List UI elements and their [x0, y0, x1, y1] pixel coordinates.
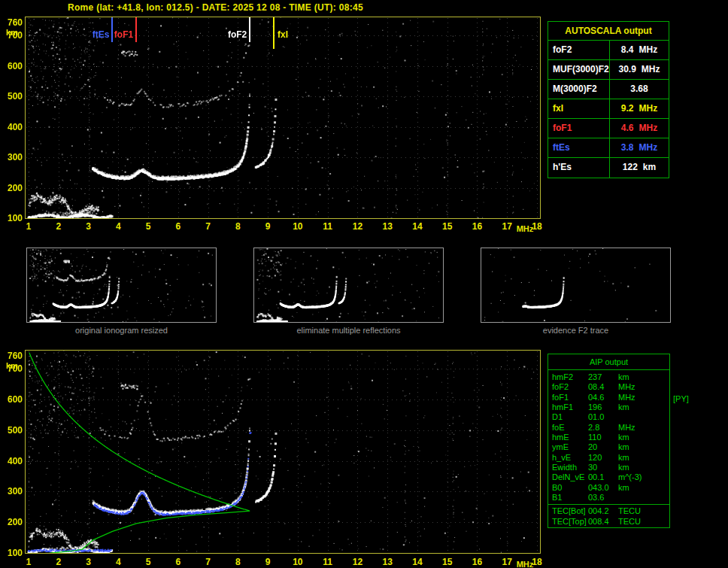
thumbnail-f2-trace	[481, 248, 671, 323]
y-axis-tick-label: 200	[2, 183, 23, 193]
aip-row-label: foF2	[548, 382, 588, 392]
x-axis-tick-label: 7	[199, 557, 217, 567]
thumbnail-original-ionogram	[26, 248, 217, 323]
x-axis-tick-label: 5	[139, 221, 157, 232]
y-axis-unit-label: km	[2, 361, 23, 370]
aip-row-value: 120	[588, 453, 618, 463]
aip-row-value: 04.6	[588, 393, 618, 402]
autoscala-row: fxI9.2MHz	[548, 99, 669, 119]
x-axis-tick-label: 7	[199, 221, 217, 232]
autoscala-row-value: 122km	[610, 158, 669, 178]
aip-row-unit: km	[618, 433, 669, 442]
thumbnail-caption-original: original ionogram resized	[26, 326, 217, 335]
x-axis-tick-label: 6	[169, 557, 187, 567]
autoscala-value-number: 9.2	[621, 99, 634, 118]
aip-row-value: 08.4	[588, 382, 618, 392]
y-axis-tick-label: 400	[2, 456, 23, 466]
aip-row-unit: m^(-3)	[618, 472, 669, 482]
x-axis-unit-label: MHz	[514, 560, 536, 568]
autoscala-row-value: 9.2MHz	[610, 99, 669, 118]
autoscala-row-label: foF1	[548, 119, 610, 138]
x-axis-tick-label: 8	[229, 557, 247, 567]
x-axis-tick-label: 6	[169, 221, 187, 232]
aip-row-value: 237	[588, 372, 618, 382]
marker-line-ftes	[111, 17, 113, 42]
y-axis-tick-label: 760	[2, 351, 23, 361]
aip-output-table: AIP output hmF2237kmfoF208.4MHzfoF104.6M…	[548, 354, 670, 528]
autoscala-row-value: 8.4MHz	[610, 41, 669, 59]
autoscala-value-unit: MHz	[639, 99, 658, 118]
x-axis-tick-label: 9	[259, 221, 277, 232]
autoscala-row-label: fxI	[548, 99, 610, 118]
y-axis-tick-label: 600	[2, 394, 23, 405]
y-axis-tick-label: 200	[2, 517, 23, 527]
x-axis-tick-label: 11	[319, 221, 337, 232]
aip-row-unit: km	[618, 402, 669, 412]
autoscala-row: MUF(3000)F230.9MHz	[548, 60, 669, 80]
aip-row-unit: km	[618, 453, 669, 463]
autoscala-row-value: 30.9MHz	[610, 60, 669, 79]
x-axis-tick-label: 4	[109, 221, 127, 232]
x-axis-tick-label: 3	[80, 557, 98, 567]
aip-row-label: ymE	[548, 442, 588, 452]
aip-row-label: D1	[548, 412, 588, 422]
aip-tec-unit: TECU	[618, 506, 669, 516]
marker-label-fof2: foF2	[228, 29, 247, 40]
aip-row: Ewidth30km	[548, 463, 669, 472]
aip-row-value: 20	[588, 442, 618, 452]
x-axis-tick-label: 4	[109, 557, 127, 567]
y-axis-tick-label: 500	[2, 425, 23, 436]
autoscala-value-number: 30.9	[618, 60, 635, 79]
autoscala-row-value: 3.68	[610, 80, 669, 99]
x-axis-tick-label: 2	[50, 221, 68, 232]
aip-row-label: foF1	[548, 393, 588, 402]
aip-row-value: 043.0	[588, 483, 618, 493]
aip-row: hmE110km	[548, 433, 669, 442]
autoscala-row-label: M(3000)F2	[548, 80, 610, 99]
x-axis-tick-label: 14	[408, 221, 426, 232]
autoscala-row-value: 3.8MHz	[610, 138, 669, 157]
x-axis-tick-label: 10	[289, 557, 307, 567]
aip-row: foF208.4MHz	[548, 382, 669, 392]
x-axis-tick-label: 13	[378, 557, 396, 567]
autoscala-row: ftEs3.8MHz	[548, 138, 669, 158]
aip-row-unit: MHz	[618, 393, 669, 402]
x-axis-tick-label: 8	[229, 221, 247, 232]
autoscala-value-number: 3.68	[630, 80, 648, 99]
autoscala-row-label: ftEs	[548, 138, 610, 157]
aip-row-label: h_vE	[548, 453, 588, 463]
autoscala-value-unit: MHz	[639, 119, 658, 138]
marker-label-fof1: foF1	[114, 29, 133, 40]
station-title: Rome (lat: +41.8, lon: 012.5) - DATE: 20…	[68, 2, 363, 13]
thumbnail-f2-canvas	[481, 248, 670, 322]
marker-line-fxi	[273, 17, 275, 49]
aip-tec-value: 004.2	[588, 506, 618, 516]
aip-row: h_vE120km	[548, 453, 669, 463]
x-axis-tick-label: 12	[348, 557, 366, 567]
autoscala-value-number: 3.8	[621, 138, 634, 157]
aip-row-unit: km	[618, 442, 669, 452]
aip-row-unit	[618, 412, 669, 422]
aip-row-label: hmE	[548, 433, 588, 442]
marker-line-fof2	[249, 17, 250, 42]
aip-tec-value: 008.4	[588, 516, 618, 527]
autoscala-value-unit: MHz	[639, 138, 658, 157]
aip-row-value: 2.8	[588, 423, 618, 433]
aip-row: D101.0	[548, 412, 669, 422]
autoscala-value-unit: MHz	[639, 41, 658, 59]
aip-row-label: B1	[548, 493, 588, 503]
x-axis-tick-label: 12	[348, 221, 366, 232]
aip-row: ymE20km	[548, 442, 669, 452]
autoscala-row-value: 4.6MHz	[610, 119, 669, 138]
autoscala-row: M(3000)F23.68	[548, 80, 669, 99]
aip-row-value: 03.6	[588, 493, 618, 503]
y-axis-tick-label: 300	[2, 152, 23, 163]
autoscala-row: foF14.6MHz	[548, 119, 669, 138]
marker-label-fxi: fxI	[278, 29, 288, 40]
aip-row: foE2.8MHz	[548, 423, 669, 433]
aip-row-label: hmF1	[548, 402, 588, 412]
autoscala-value-number: 122	[623, 158, 638, 178]
x-axis-unit-label: MHz	[514, 224, 536, 233]
aip-row-value: 00.1	[588, 472, 618, 482]
x-axis-tick-label: 15	[438, 557, 457, 567]
